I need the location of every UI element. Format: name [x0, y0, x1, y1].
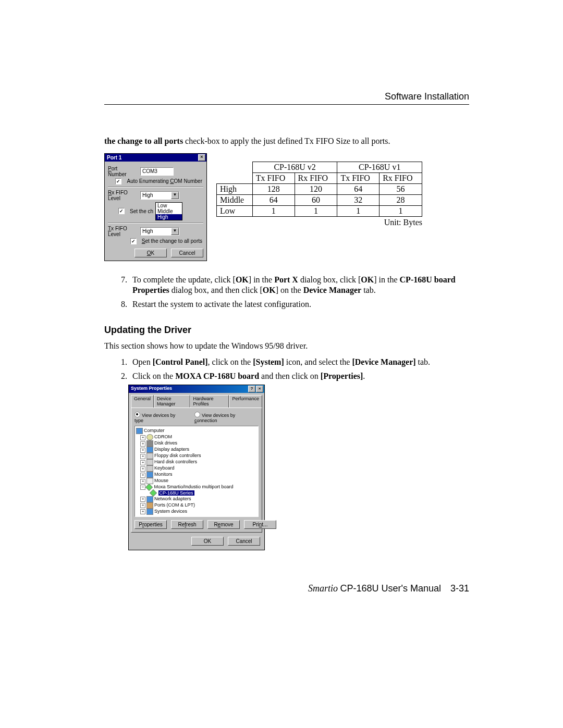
port-dialog-title: Port 1 [107, 155, 121, 161]
fifo-row-label: Low [217, 205, 253, 216]
fifo-table: CP-168U v2 CP-168U v1 Tx FIFO Rx FIFO Tx… [216, 162, 422, 217]
fifo-row-label: High [217, 183, 253, 194]
fifo-cell: 60 [295, 194, 337, 205]
driver-step-2: Click on the MOXA CP-168U board and then… [129, 371, 469, 382]
tree-keyboard[interactable]: +Keyboard [136, 465, 257, 472]
tree-disk-drives[interactable]: +Disk drives [136, 440, 257, 447]
tab-general[interactable]: General [131, 395, 154, 408]
tree-cdrom[interactable]: +CDROM [136, 434, 257, 440]
fifo-cell: 56 [380, 183, 422, 194]
close-icon[interactable]: × [198, 154, 205, 161]
tree-floppy[interactable]: +Floppy disk controllers [136, 453, 257, 459]
rx-set-change-checkbox[interactable]: ✓ [118, 208, 125, 214]
tree-ports[interactable]: +Ports (COM & LPT) [136, 502, 257, 509]
fifo-cell: 1 [295, 205, 337, 216]
fifo-head-v2: CP-168U v2 [252, 162, 337, 172]
tree-cp168u-series[interactable]: CP-168U Series [136, 490, 257, 496]
system-properties-titlebar: System Properties ? × [129, 385, 264, 393]
tree-network-adapters[interactable]: +Network adapters [136, 496, 257, 502]
rx-option-middle[interactable]: Middle [156, 208, 182, 214]
remove-button[interactable]: Remove [207, 520, 240, 529]
fifo-cell: 128 [252, 183, 295, 194]
header-rule [104, 104, 469, 105]
tree-moxa-board[interactable]: − Moxa Smartio/Industio multiport board [136, 484, 257, 490]
intro-line: the change to all ports check-box to app… [104, 135, 469, 147]
fifo-cell: 32 [337, 194, 380, 205]
device-tree[interactable]: Computer +CDROM +Disk drives +Display ad… [134, 426, 259, 517]
section-title: Software Installation [385, 91, 469, 102]
properties-button[interactable]: Properties [134, 520, 167, 529]
cancel-button[interactable]: Cancel [171, 249, 203, 257]
ok-button[interactable]: OK [134, 249, 167, 257]
tab-performance[interactable]: Performance [229, 395, 262, 408]
updating-driver-intro: This section shows how to update the Win… [104, 341, 469, 352]
fifo-txv1: Tx FIFO [337, 172, 380, 183]
device-manager-panel: View devices by type View devices by con… [131, 408, 262, 533]
close-icon[interactable]: × [256, 386, 263, 392]
footer-prefix: Smartio [308, 583, 340, 594]
rx-fifo-combo[interactable]: High ▼ [140, 191, 179, 200]
rx-fifo-label: Rx FIFO Level [108, 190, 137, 201]
tx-fifo-combo[interactable]: High ▼ [140, 227, 179, 236]
tx-fifo-value: High [142, 228, 153, 234]
rx-set-change-label: Set the ch [130, 208, 153, 214]
chevron-down-icon[interactable]: ▼ [171, 192, 179, 199]
fifo-table-wrapper: CP-168U v2 CP-168U v1 Tx FIFO Rx FIFO Tx… [216, 153, 422, 227]
tree-mouse[interactable]: +Mouse [136, 478, 257, 484]
tx-fifo-label: Tx FIFO Level [108, 226, 137, 237]
step-8: Restart the system to activate the lates… [129, 299, 469, 310]
updating-driver-heading: Updating the Driver [104, 325, 469, 336]
port-number-label: Port Number [108, 166, 137, 177]
steps-list-driver: Open [Control Panel], click on the [Syst… [104, 357, 469, 382]
tree-display-adapters[interactable]: +Display adapters [136, 447, 257, 453]
view-by-connection-radio[interactable]: View devices by connection [194, 411, 259, 423]
steps-list-top: To complete the update, click [OK] in th… [104, 275, 469, 310]
tab-device-manager[interactable]: Device Manager [154, 395, 190, 408]
fifo-cell: 1 [380, 205, 422, 216]
port-number-input[interactable]: COM3 [140, 167, 174, 176]
chevron-down-icon[interactable]: ▼ [171, 228, 179, 235]
rx-option-high[interactable]: High [156, 214, 182, 220]
rx-dropdown-list[interactable]: Low Middle High [155, 202, 182, 220]
tree-monitors[interactable]: +Monitors [136, 472, 257, 478]
intro-rest: check-box to apply the just defined Tx F… [183, 137, 390, 145]
sys-cancel-button[interactable]: Cancel [228, 537, 260, 546]
tx-set-change-label: Set the change to all ports [142, 238, 202, 244]
tree-system-devices[interactable]: +System devices [136, 509, 257, 515]
footer-page: 3-31 [450, 583, 469, 594]
view-by-type-radio[interactable]: View devices by type [134, 411, 185, 423]
fifo-cell: 64 [337, 183, 380, 194]
fifo-head-v1: CP-168U v1 [337, 162, 422, 172]
fifo-txv2: Tx FIFO [252, 172, 295, 183]
tx-set-change-checkbox[interactable]: ✓ [130, 238, 137, 244]
page-footer: Smartio CP-168U User's Manual 3-31 [308, 583, 469, 594]
print-button[interactable]: Print... [244, 520, 276, 529]
system-properties-dialog: System Properties ? × General Device Man… [128, 385, 265, 550]
fifo-unit: Unit: Bytes [216, 218, 422, 227]
fifo-cell: 120 [295, 183, 337, 194]
fifo-rxv1: Rx FIFO [380, 172, 422, 183]
help-icon[interactable]: ? [248, 386, 255, 392]
rx-option-low[interactable]: Low [156, 203, 182, 208]
footer-manual: CP-168U User's Manual [340, 583, 441, 594]
fifo-cell: 64 [252, 194, 295, 205]
system-properties-title: System Properties [131, 386, 172, 392]
auto-enum-label: Auto Enumerating COM Number [127, 178, 202, 184]
fifo-row-label: Middle [217, 194, 253, 205]
rx-fifo-value: High [142, 192, 153, 198]
fifo-cell: 1 [252, 205, 295, 216]
driver-step-1: Open [Control Panel], click on the [Syst… [129, 357, 469, 368]
tab-row: General Device Manager Hardware Profiles… [131, 395, 262, 408]
tab-hardware-profiles[interactable]: Hardware Profiles [190, 395, 229, 408]
port-dialog: Port 1 × Port Number COM3 ✓ Auto Enumera… [104, 153, 207, 261]
intro-bold: the change to all ports [104, 137, 183, 145]
refresh-button[interactable]: Refresh [171, 520, 203, 529]
sys-ok-button[interactable]: OK [191, 537, 224, 546]
port-dialog-titlebar: Port 1 × [105, 154, 206, 162]
fifo-cell: 28 [380, 194, 422, 205]
tree-computer[interactable]: Computer [136, 428, 257, 434]
step-7: To complete the update, click [OK] in th… [129, 275, 469, 297]
tree-hdd-ctrl[interactable]: +Hard disk controllers [136, 459, 257, 465]
fifo-rxv2: Rx FIFO [295, 172, 337, 183]
auto-enum-checkbox[interactable]: ✓ [115, 178, 121, 184]
